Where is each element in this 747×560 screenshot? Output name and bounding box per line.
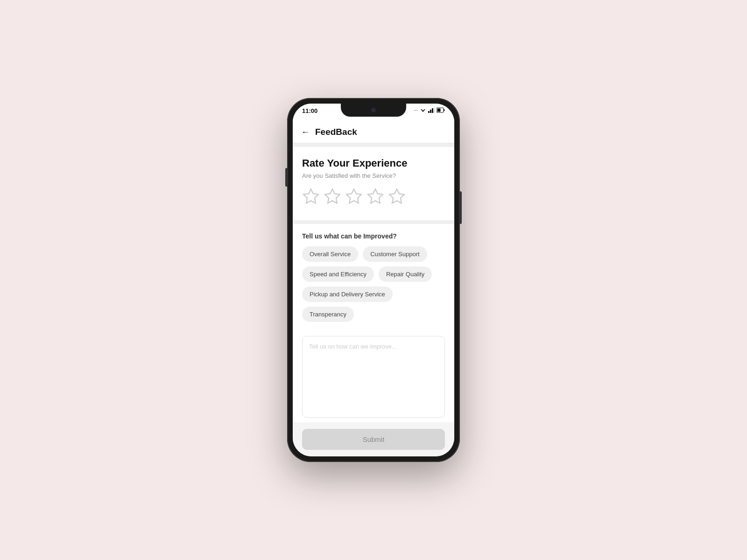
chip-speed-efficiency[interactable]: Speed and Efficiency	[302, 266, 374, 282]
chip-transperancy[interactable]: Transperancy	[302, 307, 354, 322]
svg-marker-11	[346, 189, 361, 203]
svg-rect-3	[430, 110, 431, 113]
status-icons: ···	[414, 107, 445, 113]
star-2[interactable]	[324, 188, 341, 208]
svg-marker-12	[368, 189, 383, 203]
rate-subtitle: Are you Satisfied with the Service?	[302, 172, 445, 179]
rate-title: Rate Your Experience	[302, 157, 445, 169]
volume-button	[285, 168, 287, 187]
top-divider	[293, 143, 454, 147]
phone-screen: 11:00 ···	[293, 104, 454, 456]
svg-marker-10	[325, 189, 340, 203]
dots-icon: ···	[414, 107, 418, 113]
chip-repair-quality[interactable]: Repair Quality	[379, 266, 432, 282]
star-4[interactable]	[366, 188, 384, 208]
svg-marker-9	[303, 189, 318, 203]
star-3[interactable]	[345, 188, 363, 208]
stars-row	[302, 188, 445, 208]
star-1[interactable]	[302, 188, 320, 208]
battery-icon	[437, 107, 445, 113]
rate-section: Rate Your Experience Are you Satisfied w…	[293, 147, 454, 220]
power-button	[460, 191, 462, 224]
signal-icon	[428, 107, 435, 113]
svg-rect-4	[432, 108, 433, 113]
bottom-area: Submit	[293, 422, 454, 456]
feedback-textarea[interactable]	[302, 336, 445, 418]
camera-dot	[371, 108, 376, 112]
mid-divider	[293, 220, 454, 224]
svg-rect-5	[434, 107, 435, 113]
wifi-icon	[420, 107, 426, 113]
svg-marker-13	[389, 189, 404, 203]
chips-container: Overall Service Customer Support Speed a…	[302, 246, 445, 322]
improve-title: Tell us what can be Improved?	[302, 232, 445, 240]
submit-button[interactable]: Submit	[302, 429, 445, 450]
status-time: 11:00	[302, 107, 317, 114]
textarea-section	[293, 330, 454, 422]
notch	[341, 104, 406, 117]
chip-pickup-delivery[interactable]: Pickup and Delivery Service	[302, 287, 393, 302]
improve-section: Tell us what can be Improved? Overall Se…	[293, 224, 454, 330]
star-5[interactable]	[388, 188, 406, 208]
page-title: FeedBack	[315, 127, 357, 137]
back-button[interactable]: ←	[301, 127, 310, 137]
top-bar: ← FeedBack	[293, 122, 454, 143]
chip-customer-support[interactable]: Customer Support	[363, 246, 427, 262]
svg-rect-7	[444, 109, 445, 111]
chip-overall-service[interactable]: Overall Service	[302, 246, 358, 262]
svg-rect-2	[428, 111, 430, 113]
svg-rect-8	[437, 109, 441, 112]
phone-frame: 11:00 ···	[287, 98, 460, 462]
scroll-content: Rate Your Experience Are you Satisfied w…	[293, 143, 454, 422]
